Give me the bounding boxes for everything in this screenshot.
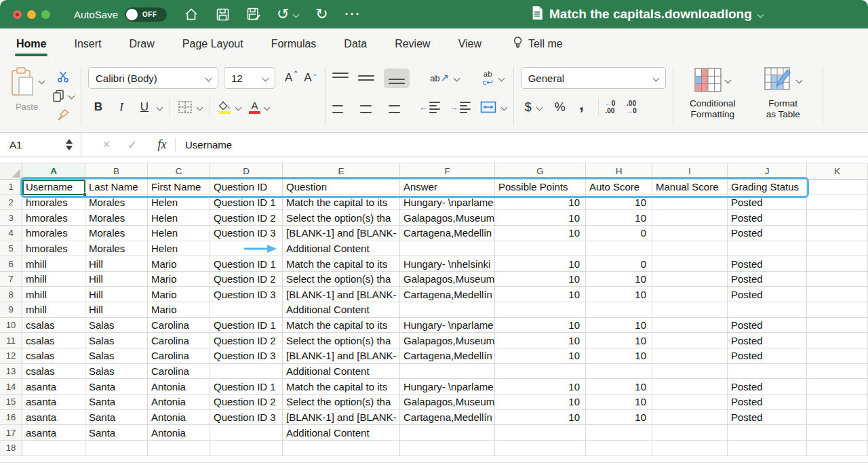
cell-F2[interactable]: Hungary- \nparlame	[400, 195, 495, 211]
orientation-chevron-icon[interactable]	[454, 75, 460, 81]
align-right-button[interactable]	[384, 102, 400, 113]
cell-I16[interactable]	[652, 410, 728, 426]
formula-bar-content[interactable]: Username	[185, 139, 232, 150]
tab-page-layout[interactable]: Page Layout	[182, 28, 243, 60]
row-header-4[interactable]: 4	[0, 226, 22, 241]
bold-button[interactable]: B	[88, 97, 108, 117]
cell-H11[interactable]: 10	[586, 333, 652, 348]
save-as-icon[interactable]	[245, 6, 262, 22]
increase-indent-button[interactable]: →	[450, 102, 471, 113]
comma-button[interactable]: ,	[572, 94, 592, 115]
home-icon[interactable]	[183, 6, 199, 22]
cell-H2[interactable]: 10	[586, 195, 652, 211]
cell-G13[interactable]	[495, 364, 586, 380]
cell-D2[interactable]: Question ID 1	[210, 195, 283, 211]
cell-D12[interactable]: Question ID 3	[210, 348, 283, 364]
cell-C8[interactable]: Mario	[148, 287, 210, 302]
cell-J2[interactable]: Posted	[728, 195, 807, 211]
cell-J16[interactable]: Posted	[728, 410, 807, 426]
cell-K10[interactable]	[807, 318, 868, 333]
align-left-button[interactable]	[332, 102, 349, 113]
cell-G16[interactable]: 10	[495, 410, 586, 426]
cell-I8[interactable]	[652, 287, 728, 302]
save-icon[interactable]	[214, 6, 231, 22]
cell-K6[interactable]	[807, 256, 868, 272]
grow-font-button[interactable]: A⌃	[285, 71, 298, 85]
cell-C11[interactable]: Carolina	[148, 333, 210, 348]
cell-H13[interactable]	[586, 364, 652, 380]
cell-E2[interactable]: Match the capital to its	[283, 195, 400, 211]
cell-B7[interactable]: Hill	[85, 272, 148, 287]
cell-J15[interactable]: Posted	[728, 395, 807, 410]
row-header-5[interactable]: 5	[0, 241, 22, 257]
cell-K5[interactable]	[807, 241, 868, 257]
orientation-button[interactable]: ab ↗	[419, 72, 471, 84]
cell-G5[interactable]	[495, 241, 586, 257]
name-box-stepper[interactable]	[66, 139, 73, 150]
cell-I14[interactable]	[652, 379, 728, 395]
cell-C15[interactable]: Antonia	[148, 395, 210, 410]
cell-A11[interactable]: csalas	[22, 333, 85, 348]
cell-B13[interactable]: Salas	[85, 364, 148, 380]
cell-J6[interactable]: Posted	[728, 256, 807, 272]
cell-G18[interactable]	[495, 441, 586, 456]
cell-H9[interactable]	[586, 302, 652, 318]
cell-B6[interactable]: Hill	[85, 256, 148, 272]
stepper-up-icon[interactable]	[66, 139, 73, 144]
wrap-text-chevron-icon[interactable]	[498, 75, 505, 81]
cell-K4[interactable]	[807, 226, 868, 241]
align-center-button[interactable]	[358, 102, 374, 113]
cell-I2[interactable]	[652, 195, 728, 211]
name-box[interactable]: A1	[0, 133, 81, 157]
insert-function-icon[interactable]: fx	[151, 138, 174, 152]
cell-D8[interactable]: Question ID 3	[210, 287, 283, 302]
format-as-table-chevron-icon[interactable]	[796, 77, 803, 83]
cell-I10[interactable]	[652, 318, 728, 333]
paste-button[interactable]	[9, 66, 44, 98]
cell-H3[interactable]: 10	[586, 210, 652, 226]
close-button[interactable]	[13, 10, 22, 19]
font-name-select[interactable]: Calibri (Body)	[88, 67, 218, 89]
cell-G2[interactable]: 10	[495, 195, 586, 211]
cell-G10[interactable]: 10	[495, 318, 586, 333]
tell-me-button[interactable]: Tell me	[512, 36, 563, 52]
cell-B1[interactable]: Last Name	[85, 180, 148, 195]
cell-H15[interactable]: 10	[586, 395, 652, 410]
tab-formulas[interactable]: Formulas	[271, 28, 317, 60]
cell-H6[interactable]: 0	[586, 256, 652, 272]
cell-A13[interactable]: csalas	[22, 364, 85, 380]
cell-D5[interactable]	[210, 241, 283, 257]
cell-E9[interactable]: Additional Content	[283, 302, 400, 318]
align-top-button[interactable]	[332, 73, 349, 84]
cell-D18[interactable]	[210, 441, 283, 456]
cell-E14[interactable]: Match the capital to its	[283, 379, 400, 395]
cell-I1[interactable]: Manual Score	[652, 180, 728, 195]
tab-draw[interactable]: Draw	[129, 28, 154, 60]
currency-button[interactable]: $	[521, 97, 536, 117]
row-header-15[interactable]: 15	[0, 395, 22, 410]
fill-handle[interactable]	[83, 193, 87, 197]
cell-K9[interactable]	[807, 302, 868, 318]
cell-G6[interactable]: 10	[495, 256, 586, 272]
cell-C6[interactable]: Mario	[148, 256, 210, 272]
cell-F11[interactable]: Galapagos,Museum	[400, 333, 495, 348]
cell-D16[interactable]: Question ID 3	[210, 410, 283, 426]
cell-A14[interactable]: asanta	[22, 379, 85, 395]
cell-F7[interactable]: Galapagos,Museum	[400, 272, 495, 287]
cell-H4[interactable]: 0	[586, 226, 652, 241]
cell-G1[interactable]: Possible Points	[495, 180, 586, 195]
row-header-17[interactable]: 17	[0, 425, 22, 441]
cell-E15[interactable]: Select the option(s) tha	[283, 395, 400, 410]
cell-C14[interactable]: Antonia	[148, 379, 210, 395]
cell-B14[interactable]: Santa	[85, 379, 148, 395]
column-header-B[interactable]: B	[85, 163, 148, 180]
cell-A15[interactable]: asanta	[22, 395, 85, 410]
autosave-toggle[interactable]: OFF	[125, 7, 167, 22]
cell-I9[interactable]	[652, 302, 728, 318]
cell-A18[interactable]	[22, 441, 85, 456]
cell-A4[interactable]: hmorales	[22, 226, 85, 241]
cell-I15[interactable]	[652, 395, 728, 410]
paste-chevron-icon[interactable]	[39, 78, 45, 85]
cell-G17[interactable]	[495, 425, 586, 441]
conditional-formatting-chevron-icon[interactable]	[725, 77, 732, 83]
